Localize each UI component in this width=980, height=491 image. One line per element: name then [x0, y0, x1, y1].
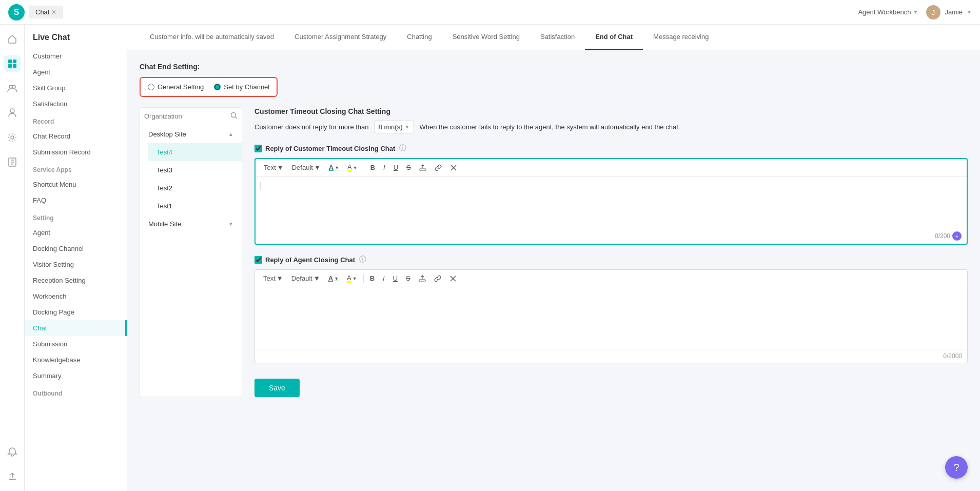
help-button[interactable]: ?: [945, 456, 968, 479]
topbar-right: Agent Workbench ▼ J Jamie ▼: [858, 5, 972, 19]
font-color-button[interactable]: A ▼: [326, 163, 342, 172]
highlight-button[interactable]: A ▼: [344, 162, 361, 173]
sidebar-icon-settings[interactable]: [4, 129, 21, 146]
chevron-down-icon: ▼: [314, 164, 321, 171]
tab-sensitive-word[interactable]: Sensitive Word Setting: [442, 25, 530, 50]
nav-item-faq[interactable]: FAQ: [25, 192, 127, 208]
org-item-test3[interactable]: Test3: [148, 161, 242, 179]
org-item-test2[interactable]: Test2: [148, 179, 242, 197]
nav-item-satisfaction[interactable]: Satisfaction: [25, 96, 127, 112]
chevron-up-icon: ▲: [228, 131, 233, 137]
nav-item-setting-agent[interactable]: Agent: [25, 225, 127, 241]
tab-auto-save[interactable]: Customer info. will be automatically sav…: [140, 25, 284, 50]
radio-general-setting[interactable]: General Setting: [148, 83, 204, 91]
nav-item-skill-group[interactable]: Skill Group: [25, 80, 127, 96]
nav-item-customer[interactable]: Customer: [25, 48, 127, 64]
clear-format-button[interactable]: [447, 163, 460, 172]
close-icon[interactable]: ✕: [51, 9, 56, 16]
nav-item-docking-channel[interactable]: Docking Channel: [25, 241, 127, 257]
clear-format-button-2[interactable]: [446, 274, 460, 283]
underline-button[interactable]: U: [390, 163, 401, 172]
workbench-button[interactable]: Agent Workbench ▼: [858, 8, 918, 16]
editor-footer-1: 0/200 +: [256, 228, 967, 244]
timeout-value: 8 min(s): [379, 123, 403, 131]
reply-agent-closing-section: Reply of Agent Closing Chat ⓘ Text ▼: [254, 255, 968, 363]
upload-button[interactable]: [416, 163, 429, 172]
format-text-dropdown[interactable]: Text ▼: [261, 163, 287, 172]
format-text-label-2: Text: [263, 274, 276, 282]
org-item-test4[interactable]: Test4: [148, 143, 242, 161]
notification-icon[interactable]: [4, 444, 21, 460]
svg-rect-2: [8, 60, 12, 63]
counter-icon[interactable]: +: [952, 231, 962, 241]
svg-line-13: [236, 117, 238, 119]
font-dropdown-2[interactable]: Default ▼: [288, 273, 323, 283]
char-counter-1: 0/200: [935, 232, 950, 240]
upload-button-2[interactable]: [416, 274, 429, 283]
italic-button-2[interactable]: I: [380, 273, 388, 283]
svg-rect-14: [420, 169, 426, 170]
bold-button-2[interactable]: B: [367, 273, 378, 283]
nav-item-visitor-setting[interactable]: Visitor Setting: [25, 257, 127, 272]
svg-rect-4: [8, 64, 12, 68]
reply-customer-timeout-checkbox-label[interactable]: Reply of Customer Timeout Closing Chat: [254, 145, 395, 152]
reply-agent-closing-editor[interactable]: Text ▼ Default ▼ A ▼: [254, 269, 968, 363]
tab-message-receiving[interactable]: Message receiving: [643, 25, 719, 50]
font-dropdown[interactable]: Default ▼: [289, 163, 324, 172]
user-info[interactable]: J Jamie ▼: [926, 5, 972, 19]
nav-item-knowledgebase[interactable]: Knowledgebase: [25, 352, 127, 368]
link-button-2[interactable]: [431, 274, 444, 283]
editor-body-2[interactable]: [255, 287, 967, 349]
font-color-button-2[interactable]: A ▼: [325, 273, 342, 283]
nav-item-chat-record[interactable]: Chat Record: [25, 128, 127, 144]
search-icon[interactable]: [230, 112, 238, 121]
reply-customer-timeout-section: Reply of Customer Timeout Closing Chat ⓘ…: [254, 144, 968, 245]
editor-body-1[interactable]: [256, 176, 967, 228]
settings-panel: Customer Timeout Closing Chat Setting Cu…: [254, 107, 968, 397]
format-text-dropdown-2[interactable]: Text ▼: [260, 273, 286, 283]
link-button[interactable]: [432, 163, 445, 172]
upload-icon[interactable]: [4, 468, 21, 485]
org-item-desktop-site[interactable]: Desktop Site ▲: [140, 125, 242, 143]
nav-item-submission[interactable]: Submission: [25, 336, 127, 352]
sidebar-icon-grid[interactable]: [4, 55, 21, 72]
org-search-input[interactable]: [144, 112, 228, 120]
italic-button[interactable]: I: [380, 163, 388, 172]
tab-assignment[interactable]: Customer Assignment Strategy: [284, 25, 397, 50]
reply-agent-closing-checkbox-label[interactable]: Reply of Agent Closing Chat: [254, 256, 355, 264]
svg-rect-11: [9, 479, 16, 480]
tab-satisfaction[interactable]: Satisfaction: [530, 25, 585, 50]
bold-button[interactable]: B: [367, 163, 378, 172]
save-button[interactable]: Save: [254, 379, 300, 397]
radio-set-by-channel[interactable]: Set by Channel: [214, 83, 269, 91]
info-icon[interactable]: ⓘ: [399, 144, 406, 153]
sidebar-icon-person[interactable]: [4, 105, 21, 121]
reply-customer-timeout-editor[interactable]: Text ▼ Default ▼ A ▼: [254, 158, 968, 245]
page-content: Chat End Setting: General Setting Set by…: [127, 50, 980, 409]
highlight-button-2[interactable]: A ▼: [344, 273, 360, 284]
chevron-down-icon: ▼: [277, 274, 283, 282]
sidebar-icon-home[interactable]: [4, 31, 21, 47]
timeout-select[interactable]: 8 min(s) ▼: [374, 121, 415, 133]
tab-end-of-chat[interactable]: End of Chat: [585, 25, 643, 50]
nav-item-submission-record[interactable]: Submission Record: [25, 144, 127, 160]
reply-agent-closing-checkbox[interactable]: [254, 256, 262, 264]
underline-button-2[interactable]: U: [390, 273, 401, 283]
sidebar-icon-team[interactable]: [4, 80, 21, 96]
nav-item-chat[interactable]: Chat: [25, 320, 127, 336]
info-icon-2[interactable]: ⓘ: [359, 255, 366, 264]
nav-item-agent[interactable]: Agent: [25, 64, 127, 80]
sidebar-icon-book[interactable]: [4, 154, 21, 170]
reply-customer-timeout-checkbox[interactable]: [254, 145, 262, 152]
nav-item-workbench[interactable]: Workbench: [25, 288, 127, 304]
nav-item-reception-setting[interactable]: Reception Setting: [25, 272, 127, 288]
nav-item-summary[interactable]: Summary: [25, 368, 127, 384]
org-item-test1[interactable]: Test1: [148, 197, 242, 215]
nav-item-docking-page[interactable]: Docking Page: [25, 304, 127, 320]
nav-item-shortcut-menu[interactable]: Shortcut Menu: [25, 176, 127, 192]
strikethrough-button[interactable]: S: [403, 163, 414, 172]
org-item-mobile-site[interactable]: Mobile Site ▼: [140, 215, 242, 233]
tab-chatting[interactable]: Chatting: [397, 25, 442, 50]
chat-tab[interactable]: Chat ✕: [29, 6, 63, 18]
strikethrough-button-2[interactable]: S: [403, 273, 414, 283]
